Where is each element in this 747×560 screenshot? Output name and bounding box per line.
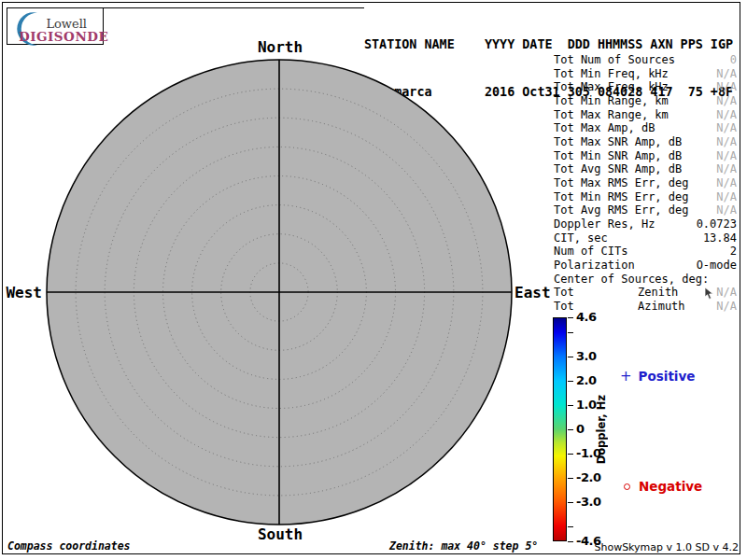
colorbar-axis-title: Doppler, Hz [594,317,609,541]
stat-sublabel: Zenith [638,286,678,299]
stat-value: N/A [716,135,737,148]
stat-value: 0.0723 [697,217,737,231]
header-divider [103,7,364,8]
stat-label: Tot Min SNR Amp, dB [554,149,682,162]
negative-label: Negative [639,479,702,494]
stats-row: Tot Min Range, kmN/A [554,94,738,108]
stats-row: Num of CITs2 [554,245,738,259]
plus-icon: + [620,368,632,385]
stat-value: N/A [716,67,737,80]
stat-value: N/A [716,300,737,313]
stats-row: Tot Max Amp, dBN/A [554,121,738,135]
logo-text-digisonde: DIGISONDE [19,29,108,44]
stat-label: Tot Avg SNR Amp, dB [554,162,682,175]
stat-label: Tot Min Freq, kHz [554,67,669,80]
colorbar-tick [568,541,573,542]
stat-value: O-mode [697,259,737,272]
stat-value: 0 [730,53,737,66]
colorbar-tick [568,332,573,333]
positive-doppler-legend: +Positive [620,368,695,385]
lowell-digisonde-logo: Lowell DIGISONDE [7,7,104,45]
mouse-cursor-icon [704,287,715,301]
colorbar-tick [568,317,573,318]
doppler-colorbar [553,317,567,541]
stat-value: 2 [730,245,737,258]
stat-label: Tot Max Amp, dB [554,121,655,134]
stat-label: Center of Sources, deg: [554,273,709,286]
stat-value: N/A [716,149,737,162]
stats-row: Tot Min RMS Err, degN/A [554,190,738,204]
colorbar-tick [568,381,573,382]
stat-label: Tot [554,300,574,313]
stat-label: Tot Max RMS Err, deg [554,176,689,189]
colorbar-tick [568,478,573,479]
zenith-scale-label: Zenith: max 40° step 5° [389,539,538,553]
stat-label: CIT, sec [554,231,608,245]
stats-row: Tot Min Freq, kHzN/A [554,67,738,81]
colorbar-tick-label: 0 [576,422,585,436]
stat-label: Tot Max Freq, kHz [554,80,669,93]
stats-row: Center of Sources, deg: [554,273,738,287]
stat-value: N/A [716,80,737,93]
coordinate-system-label: Compass coordinates [7,539,131,553]
stat-value: N/A [716,121,737,134]
stats-row: Tot Max Freq, kHzN/A [554,80,738,94]
colorbar-tick [568,405,573,406]
stats-row: Tot Max RMS Err, degN/A [554,176,738,190]
stat-label: Tot Max Range, km [554,108,669,121]
version-label: ShowSkymap v 1.0 SD v 4.2 [594,541,739,553]
stat-value: N/A [716,286,737,299]
stat-label: Tot [554,286,574,299]
stat-label: Num of CITs [554,245,627,258]
stat-value: 13.84 [703,231,737,245]
circle-icon [624,483,630,490]
stats-row: Tot Num of Sources0 [554,53,738,67]
colorbar-tick [568,357,573,357]
colorbar-tick [568,502,573,503]
colorbar-tick [568,429,573,430]
stats-row: Tot Max Range, kmN/A [554,108,738,122]
stat-value: N/A [716,176,737,189]
colorbar-tick [568,454,573,455]
negative-doppler-legend: Negative [624,479,702,494]
stat-value: N/A [716,94,737,107]
stat-label: Tot Min RMS Err, deg [554,190,689,203]
stats-row: Tot Max SNR Amp, dBN/A [554,135,738,149]
stats-row: PolarizationO-mode [554,259,738,273]
stat-value: N/A [716,190,737,203]
stat-label: Tot Min Range, km [554,94,669,107]
colorbar-tick [568,526,573,527]
stat-label: Tot Num of Sources [554,53,675,66]
skymap-polar-plot [36,49,522,535]
stats-row: Doppler Res, Hz0.0723 [554,217,738,231]
stats-panel: Tot Num of Sources0Tot Min Freq, kHzN/AT… [554,53,738,314]
stat-value: N/A [716,203,737,217]
stat-label: Polarization [554,259,635,272]
stat-value: N/A [716,108,737,121]
stats-row: Tot Avg SNR Amp, dBN/A [554,162,738,176]
stats-row: CIT, sec13.84 [554,231,738,245]
stat-label: Tot Avg RMS Err, deg [554,203,689,217]
stat-label: Doppler Res, Hz [554,217,655,231]
stat-sublabel: Azimuth [638,300,685,313]
stats-row: Tot Avg RMS Err, degN/A [554,203,738,217]
stats-row: Tot Min SNR Amp, dBN/A [554,149,738,163]
stat-label: Tot Max SNR Amp, dB [554,135,682,148]
stat-value: N/A [716,162,737,175]
positive-label: Positive [639,369,696,384]
